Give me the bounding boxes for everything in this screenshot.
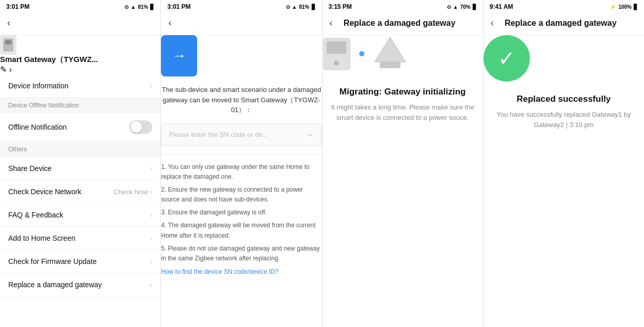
firmware-label: Check for Firmware Update xyxy=(8,257,96,266)
chevron-firmware: › xyxy=(150,257,153,266)
migration-graphic xyxy=(323,35,483,72)
signal-icon-2: ▲ xyxy=(292,4,297,10)
chevron-network: › xyxy=(150,188,153,196)
battery-4: 100% xyxy=(618,4,632,10)
chevron-device-info: › xyxy=(150,82,153,90)
status-bar-4: 9:41 AM ⚡ 100% ▊ xyxy=(484,0,644,12)
intro-text: The sub-device and smart scenario under … xyxy=(161,85,321,115)
back-button-1[interactable]: ‹ xyxy=(7,18,10,28)
menu-item-faq[interactable]: FAQ & Feedback › xyxy=(0,204,160,227)
sn-placeholder: Please enter the SN code or de... xyxy=(169,131,268,138)
nav-bar-2: ‹ xyxy=(161,12,321,35)
success-content: ✓ Replaced successfully You have success… xyxy=(484,35,644,130)
offline-toggle[interactable] xyxy=(130,120,152,134)
device-chevron: › xyxy=(9,65,11,74)
device-info-right: › xyxy=(150,82,153,90)
nav-title-4: Replace a damaged gateway xyxy=(498,19,623,28)
migrating-content: Migrating: Gateway initializing It might… xyxy=(323,35,483,122)
migrating-title: Migrating: Gateway initializing xyxy=(323,87,483,97)
section-offline: Device Offline Notification xyxy=(0,98,160,113)
chevron-home: › xyxy=(150,234,153,242)
gateway-right xyxy=(373,35,408,72)
migration-dot xyxy=(359,51,364,56)
battery-icon: ▊ xyxy=(150,4,154,10)
battery-1: 81% xyxy=(138,4,148,10)
panel-settings: 3:01 PM ⊙ ▲ 81% ▊ ‹ Smart Gateway（TYGWZ.… xyxy=(0,0,161,327)
checkmark-icon: ✓ xyxy=(498,48,516,69)
device-svg-left xyxy=(323,37,351,71)
nav-bar-1: ‹ xyxy=(0,12,160,35)
success-desc: You have successfully replaced Gateway1 … xyxy=(484,110,644,130)
success-circle: ✓ xyxy=(484,35,530,82)
back-button-3[interactable]: ‹ xyxy=(330,18,333,28)
battery-icon-2: ▊ xyxy=(312,4,316,10)
nav-bar-4: ‹ Replace a damaged gateway xyxy=(484,12,644,35)
sn-arrow[interactable]: → xyxy=(306,130,314,139)
device-left xyxy=(323,37,351,71)
location-icon: ⊙ xyxy=(124,4,128,10)
intro-content: The sub-device and smart scenario under … xyxy=(161,35,321,276)
status-bar-1: 3:01 PM ⊙ ▲ 81% ▊ xyxy=(0,0,160,12)
back-button-2[interactable]: ‹ xyxy=(168,18,171,28)
panel-replace-intro: 3:01 PM ⊙ ▲ 81% ▊ ‹ The sub-device and s… xyxy=(161,0,322,327)
panel-success: 9:41 AM ⚡ 100% ▊ ‹ Replace a damaged gat… xyxy=(484,0,644,327)
svg-point-4 xyxy=(334,60,339,66)
device-info-label: Device Information xyxy=(8,82,69,90)
menu-item-offline-notif[interactable]: Offline Notification xyxy=(0,113,160,142)
battery-3: 70% xyxy=(460,4,471,10)
edit-icon[interactable]: ✎ xyxy=(0,65,7,74)
chevron-faq: › xyxy=(150,211,153,219)
battery-2: 81% xyxy=(299,4,309,10)
device-name: Smart Gateway（TYGWZ... xyxy=(0,55,160,65)
svg-rect-1 xyxy=(5,40,11,44)
success-title: Replaced successfully xyxy=(484,94,644,104)
device-header[interactable]: Smart Gateway（TYGWZ... ✎ › xyxy=(0,35,160,74)
time-3: 3:15 PM xyxy=(329,3,352,10)
menu-item-home-screen[interactable]: Add to Home Screen › xyxy=(0,227,160,250)
blue-folder-icon xyxy=(161,35,197,76)
status-icons-4: ⚡ 100% ▊ xyxy=(610,4,638,10)
time-2: 3:01 PM xyxy=(167,3,190,10)
home-screen-label: Add to Home Screen xyxy=(8,234,75,242)
faq-label: FAQ & Feedback xyxy=(8,211,63,219)
status-bar-3: 3:15 PM ⊙ ▲ 70% ▊ xyxy=(323,0,483,12)
note-4: 4. The damaged gateway will be moved fro… xyxy=(161,221,321,240)
svg-rect-3 xyxy=(327,41,346,54)
section-others: Others xyxy=(0,142,160,157)
check-now-text: Check Now xyxy=(114,188,148,196)
battery-icon-3: ▊ xyxy=(473,4,477,10)
status-bar-2: 3:01 PM ⊙ ▲ 81% ▊ xyxy=(161,0,321,12)
migrating-desc: It might takes a long time. Please make … xyxy=(323,102,483,122)
menu-item-network[interactable]: Check Device Network Check Now › xyxy=(0,180,160,204)
chevron-replace: › xyxy=(150,281,153,289)
time-1: 3:01 PM xyxy=(6,3,29,10)
nav-bar-3: ‹ Replace a damaged gateway xyxy=(323,12,483,35)
panel-migrating: 3:15 PM ⊙ ▲ 70% ▊ ‹ Replace a damaged ga… xyxy=(323,0,484,327)
sn-input-row[interactable]: Please enter the SN code or de... → xyxy=(161,123,321,146)
note-5: 5. Please do not use damaged gateway and… xyxy=(161,244,321,263)
network-right: Check Now › xyxy=(114,188,152,196)
replace-label: Replace a damaged gateway xyxy=(8,281,102,289)
back-button-4[interactable]: ‹ xyxy=(491,18,494,28)
svg-marker-5 xyxy=(375,37,406,62)
network-label: Check Device Network xyxy=(8,188,82,196)
chevron-share: › xyxy=(150,164,153,173)
location-icon-3: ⊙ xyxy=(447,4,451,10)
location-icon-2: ⊙ xyxy=(286,4,290,10)
menu-item-share[interactable]: Share Device › xyxy=(0,157,160,180)
share-label: Share Device xyxy=(8,164,52,173)
battery-icon-4: ▊ xyxy=(634,4,638,10)
offline-notif-label: Offline Notification xyxy=(8,123,67,131)
status-icons-3: ⊙ ▲ 70% ▊ xyxy=(447,4,477,10)
bluetooth-icon: ⚡ xyxy=(610,4,616,10)
status-icons-1: ⊙ ▲ 81% ▊ xyxy=(124,4,154,10)
menu-item-replace[interactable]: Replace a damaged gateway › xyxy=(0,273,160,297)
menu-item-device-info[interactable]: Device Information › xyxy=(0,74,160,98)
nav-title-3: Replace a damaged gateway xyxy=(337,19,462,28)
note-1: 1. You can only use gateway under the sa… xyxy=(161,162,321,182)
sn-help-link[interactable]: How to find the device SN code/device ID… xyxy=(161,268,278,275)
gateway-svg xyxy=(373,35,408,70)
menu-item-firmware[interactable]: Check for Firmware Update › xyxy=(0,250,160,273)
signal-icon-3: ▲ xyxy=(453,4,458,10)
device-icon xyxy=(0,35,17,55)
